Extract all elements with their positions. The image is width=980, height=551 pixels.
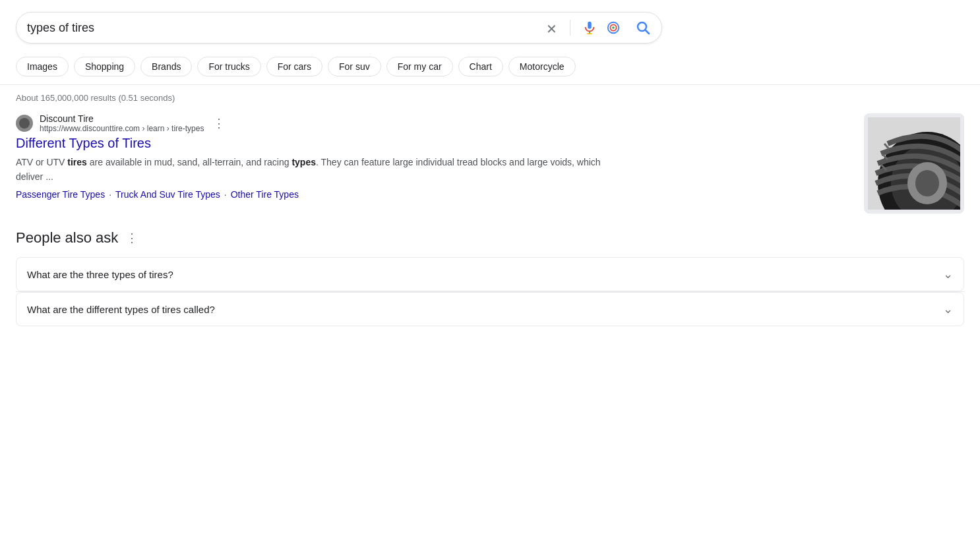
svg-point-12 bbox=[915, 170, 939, 196]
search-icon bbox=[635, 20, 651, 36]
sitelink-separator: · bbox=[224, 189, 227, 200]
result-source: Discount Tire https://www.discounttire.c… bbox=[16, 113, 853, 133]
result-url: https://www.discounttire.com › learn › t… bbox=[40, 124, 204, 133]
paa-header: People also ask ⋮ bbox=[16, 229, 964, 246]
divider bbox=[570, 20, 570, 36]
snippet-part: are available in mud, sand, all-terrain,… bbox=[87, 157, 292, 167]
mic-icon bbox=[582, 20, 597, 35]
search-button[interactable] bbox=[630, 20, 651, 36]
search-bar: ✕ bbox=[16, 12, 662, 44]
svg-line-7 bbox=[646, 30, 650, 34]
more-options-icon[interactable]: ⋮ bbox=[213, 116, 225, 130]
snippet-part: tires bbox=[67, 157, 87, 167]
people-also-ask-section: People also ask ⋮ What are the three typ… bbox=[16, 229, 964, 326]
paa-items-container: What are the three types of tires? ⌄ Wha… bbox=[16, 257, 964, 326]
clear-icon: ✕ bbox=[545, 21, 558, 34]
paa-chevron-icon-1: ⌄ bbox=[943, 302, 953, 316]
chip-brands[interactable]: Brands bbox=[140, 57, 192, 76]
search-icons: ✕ bbox=[545, 20, 651, 36]
chip-for-suv[interactable]: For suv bbox=[328, 57, 381, 76]
chip-images[interactable]: Images bbox=[16, 57, 69, 76]
result-thumbnail bbox=[864, 113, 964, 214]
chip-shopping[interactable]: Shopping bbox=[74, 57, 135, 76]
snippet-part: ATV or UTV bbox=[16, 157, 67, 167]
sitelink-1[interactable]: Truck And Suv Tire Types bbox=[115, 189, 220, 200]
paa-item-content-1: What are the different types of tires ca… bbox=[16, 293, 964, 326]
paa-item-content-0: What are the three types of tires? ⌄ bbox=[16, 258, 964, 291]
svg-point-5 bbox=[612, 26, 615, 29]
chip-for-trucks[interactable]: For trucks bbox=[197, 57, 260, 76]
search-input[interactable] bbox=[27, 21, 545, 35]
sitelink-0[interactable]: Passenger Tire Types bbox=[16, 189, 105, 200]
sitelink-2[interactable]: Other Tire Types bbox=[231, 189, 299, 200]
result-title-link[interactable]: Different Types of Tires bbox=[16, 136, 853, 151]
clear-button[interactable]: ✕ bbox=[545, 21, 558, 34]
result-snippet: ATV or UTV tires are available in mud, s… bbox=[16, 155, 609, 184]
paa-item-1[interactable]: What are the different types of tires ca… bbox=[16, 292, 964, 326]
results-area: About 165,000,000 results (0.51 seconds)… bbox=[0, 85, 980, 326]
tire-image bbox=[868, 117, 960, 210]
mic-button[interactable] bbox=[582, 20, 597, 35]
paa-chevron-icon-0: ⌄ bbox=[943, 267, 953, 281]
chip-for-my-car[interactable]: For my car bbox=[386, 57, 453, 76]
favicon-inner bbox=[19, 118, 30, 129]
result-main: Discount Tire https://www.discounttire.c… bbox=[16, 113, 853, 200]
chip-for-cars[interactable]: For cars bbox=[266, 57, 322, 76]
chip-chart[interactable]: Chart bbox=[458, 57, 503, 76]
result-favicon bbox=[16, 115, 33, 132]
lens-icon bbox=[606, 20, 621, 35]
chip-motorcycle[interactable]: Motorcycle bbox=[508, 57, 576, 76]
results-stats: About 165,000,000 results (0.51 seconds) bbox=[16, 93, 964, 103]
lens-button[interactable] bbox=[606, 20, 621, 35]
filter-chips: ImagesShoppingBrandsFor trucksFor carsFo… bbox=[0, 51, 980, 85]
paa-title: People also ask bbox=[16, 229, 118, 246]
result-source-info: Discount Tire https://www.discounttire.c… bbox=[40, 113, 204, 133]
paa-item-0[interactable]: What are the three types of tires? ⌄ bbox=[16, 257, 964, 291]
paa-question-0: What are the three types of tires? bbox=[27, 269, 173, 280]
result-source-name: Discount Tire bbox=[40, 113, 204, 124]
snippet-part: types bbox=[291, 157, 316, 167]
result-item: Discount Tire https://www.discounttire.c… bbox=[16, 113, 964, 214]
paa-question-1: What are the different types of tires ca… bbox=[27, 304, 215, 315]
svg-rect-0 bbox=[588, 22, 592, 29]
paa-more-options-icon[interactable]: ⋮ bbox=[126, 231, 138, 245]
sitelink-separator: · bbox=[109, 189, 111, 200]
search-bar-container: ✕ bbox=[0, 0, 980, 51]
result-sitelinks: Passenger Tire Types · Truck And Suv Tir… bbox=[16, 189, 853, 200]
